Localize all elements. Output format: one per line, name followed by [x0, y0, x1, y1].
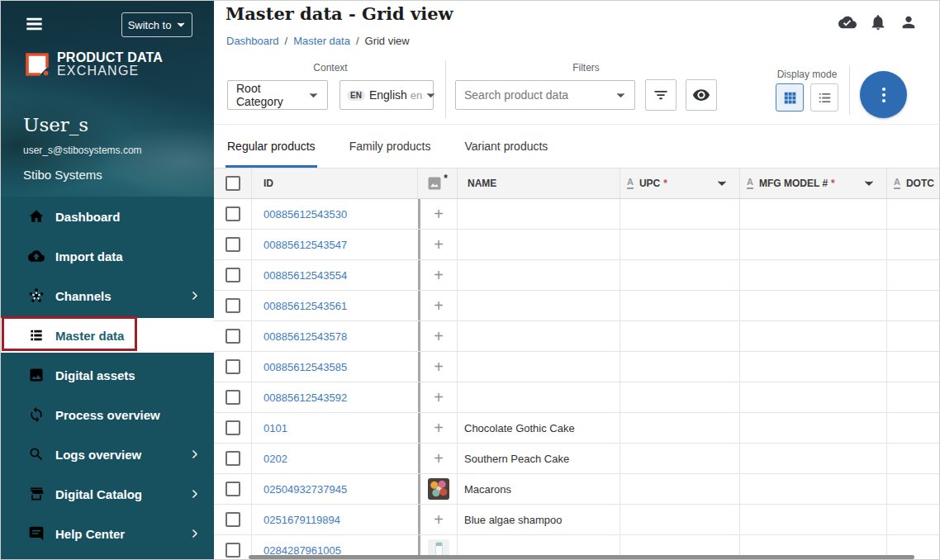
image-cell[interactable]: +: [418, 352, 458, 382]
dotcom-cell[interactable]: [887, 413, 940, 443]
row-checkbox-cell[interactable]: [214, 230, 252, 259]
sidebar-item-channels[interactable]: Channels: [1, 276, 214, 316]
sidebar-item-help-center[interactable]: Help Center: [1, 514, 214, 553]
sidebar-item-logs-overview[interactable]: Logs overview: [1, 434, 214, 474]
dotcom-cell[interactable]: [887, 230, 940, 259]
product-id-link[interactable]: 00885612543547: [263, 239, 347, 251]
product-id-link[interactable]: 00885612543592: [263, 392, 347, 404]
name-cell[interactable]: Macarons: [458, 474, 620, 504]
name-cell[interactable]: Chocolate Gothic Cake: [458, 413, 620, 443]
column-menu-chevron-icon[interactable]: [716, 178, 728, 189]
upc-cell[interactable]: [620, 321, 740, 351]
product-id-link[interactable]: 0251679119894: [263, 514, 340, 526]
context-language-dropdown[interactable]: EN English en: [339, 80, 434, 110]
more-actions-button[interactable]: [860, 71, 907, 118]
add-image-button[interactable]: +: [434, 236, 444, 253]
row-checkbox[interactable]: [226, 482, 240, 496]
row-checkbox[interactable]: [226, 390, 240, 405]
row-checkbox-cell[interactable]: [214, 199, 252, 229]
product-id-link[interactable]: 00885612543585: [263, 361, 347, 373]
add-image-button[interactable]: +: [434, 206, 444, 222]
dotcom-cell[interactable]: [887, 474, 940, 504]
id-cell[interactable]: 00885612543547: [252, 230, 418, 259]
add-image-button[interactable]: +: [434, 420, 444, 436]
sidebar-item-import-data[interactable]: Import data: [1, 236, 214, 276]
mfg-model-cell[interactable]: [740, 444, 887, 473]
row-checkbox-cell[interactable]: [214, 291, 252, 320]
user-icon[interactable]: [900, 13, 918, 31]
upc-cell[interactable]: [620, 199, 740, 229]
breadcrumb-master-data[interactable]: Master data: [293, 35, 350, 47]
id-cell[interactable]: 00885612543578: [252, 321, 418, 351]
add-image-button[interactable]: +: [434, 358, 444, 375]
row-checkbox-cell[interactable]: [214, 444, 252, 473]
dotcom-cell[interactable]: [887, 352, 940, 382]
dotcom-cell[interactable]: [887, 505, 940, 534]
sidebar-item-digital-assets[interactable]: Digital assets: [1, 355, 214, 395]
dotcom-cell[interactable]: [887, 444, 940, 473]
sidebar-item-dashboard[interactable]: Dashboard: [1, 197, 214, 236]
image-cell[interactable]: +: [418, 444, 458, 473]
upc-cell[interactable]: [620, 444, 740, 473]
upc-cell[interactable]: [620, 230, 740, 259]
row-checkbox-cell[interactable]: [214, 535, 252, 560]
context-category-dropdown[interactable]: Root Category: [227, 80, 328, 110]
name-cell[interactable]: Blue algae shampoo: [458, 505, 620, 534]
add-image-button[interactable]: +: [434, 389, 444, 406]
column-header-image[interactable]: *: [418, 168, 458, 198]
hamburger-menu-icon[interactable]: [23, 15, 45, 33]
tab-variant-products[interactable]: Variant products: [463, 125, 549, 168]
id-cell[interactable]: 00885612543561: [252, 291, 418, 320]
cloud-done-icon[interactable]: [838, 13, 857, 31]
column-header-mfg-model[interactable]: A MFG MODEL # *: [740, 168, 887, 198]
mfg-model-cell[interactable]: [740, 199, 887, 229]
mfg-model-cell[interactable]: [740, 230, 887, 259]
row-checkbox[interactable]: [226, 237, 240, 252]
image-cell[interactable]: +: [418, 321, 458, 351]
product-id-link[interactable]: 00885612543530: [263, 208, 347, 221]
switch-to-button[interactable]: Switch to: [121, 12, 192, 37]
image-cell[interactable]: +: [418, 413, 458, 443]
id-cell[interactable]: 0202: [252, 444, 418, 473]
upc-cell[interactable]: [620, 413, 740, 443]
mfg-model-cell[interactable]: [740, 413, 887, 443]
search-product-dropdown[interactable]: Search product data: [455, 80, 635, 110]
column-header-dotcom[interactable]: A DOTC: [887, 168, 940, 198]
upc-cell[interactable]: [620, 352, 740, 382]
product-id-link[interactable]: 00885612543554: [263, 269, 347, 282]
name-cell[interactable]: [458, 321, 620, 351]
add-image-button[interactable]: +: [434, 267, 444, 283]
upc-cell[interactable]: [620, 382, 740, 412]
image-cell[interactable]: +: [418, 382, 458, 412]
mfg-model-cell[interactable]: [740, 352, 887, 382]
row-checkbox[interactable]: [226, 329, 240, 344]
horizontal-scrollbar[interactable]: [249, 555, 914, 559]
select-all-checkbox[interactable]: [226, 176, 240, 191]
row-checkbox[interactable]: [226, 451, 240, 466]
dotcom-cell[interactable]: [887, 260, 940, 290]
id-cell[interactable]: 0101: [252, 413, 418, 443]
row-checkbox[interactable]: [226, 298, 240, 313]
image-cell[interactable]: +: [418, 291, 458, 320]
id-cell[interactable]: 00885612543585: [252, 352, 418, 382]
name-cell[interactable]: [458, 291, 620, 320]
image-cell[interactable]: [418, 474, 458, 504]
product-id-link[interactable]: 00885612543561: [263, 300, 347, 312]
name-cell[interactable]: [458, 352, 620, 382]
upc-cell[interactable]: [620, 291, 740, 320]
row-checkbox[interactable]: [226, 420, 240, 435]
id-cell[interactable]: 02504932737945: [252, 474, 418, 504]
image-cell[interactable]: +: [418, 260, 458, 290]
mfg-model-cell[interactable]: [740, 260, 887, 290]
column-header-upc[interactable]: A UPC *: [620, 168, 740, 198]
name-cell[interactable]: [458, 230, 620, 259]
tab-regular-products[interactable]: Regular products: [226, 125, 317, 168]
name-cell[interactable]: [458, 260, 620, 290]
column-menu-chevron-icon[interactable]: [863, 178, 875, 189]
tab-family-products[interactable]: Family products: [348, 125, 433, 168]
column-header-id[interactable]: ID: [252, 168, 418, 198]
select-all-cell[interactable]: [214, 168, 252, 198]
column-header-name[interactable]: NAME: [458, 168, 620, 198]
row-checkbox[interactable]: [226, 543, 240, 558]
sidebar-item-digital-catalog[interactable]: Digital Catalog: [1, 474, 214, 514]
